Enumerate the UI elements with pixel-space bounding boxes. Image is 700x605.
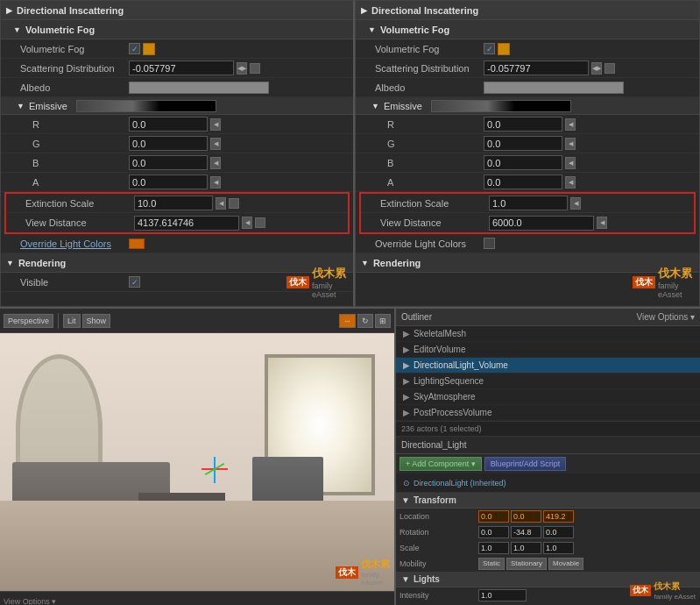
g-arrow-left[interactable]: ◀ <box>210 138 221 150</box>
transform-arrow: ▼ <box>401 495 410 505</box>
show-btn[interactable]: Show <box>82 314 111 328</box>
rotation-label: Rotation <box>399 528 478 537</box>
static-btn[interactable]: Static <box>478 558 505 570</box>
loc-x[interactable] <box>478 510 509 523</box>
loc-z[interactable] <box>543 510 574 523</box>
scale-z[interactable] <box>543 542 574 554</box>
vf-checkbox-left[interactable]: ✓ <box>129 43 140 54</box>
scattering-input-left[interactable] <box>129 60 234 75</box>
volumetric-fog-header-left[interactable]: ▼ Volumetric Fog <box>1 20 353 39</box>
b-input-left[interactable] <box>129 155 208 170</box>
a-arrow-right[interactable]: ◀ <box>565 176 576 189</box>
movable-btn[interactable]: Movable <box>548 558 583 570</box>
r-input-right[interactable] <box>484 117 562 132</box>
scale-row: Scale <box>396 540 700 556</box>
intensity-input[interactable] <box>478 589 527 601</box>
emissive-header-right[interactable]: ▼ Emissive <box>356 97 699 115</box>
directional-inscattering-header-right[interactable]: ▶ Directional Inscattering <box>356 1 699 20</box>
toolbar-sep-1 <box>58 313 59 329</box>
perspective-btn[interactable]: Perspective <box>4 314 53 328</box>
albedo-label-left: Albedo <box>6 82 129 93</box>
viewdist-label-right: View Distance <box>366 217 489 228</box>
add-component-btn[interactable]: + Add Component ▾ <box>399 457 482 471</box>
albedo-color-left[interactable] <box>129 82 269 94</box>
viewport-view-options[interactable]: View Options ▾ <box>4 597 56 606</box>
stationary-btn[interactable]: Stationary <box>506 558 547 570</box>
outliner-view-options[interactable]: View Options ▾ <box>636 312 695 322</box>
scattering-reset-left[interactable] <box>250 63 260 74</box>
viewdist-reset-left[interactable] <box>255 217 265 228</box>
loc-y[interactable] <box>511 510 541 523</box>
extinction-input-right[interactable] <box>489 196 568 210</box>
details-header: Directional_Light <box>396 437 700 454</box>
right-watermark: 伐木 伐木累 family eAsset <box>630 580 696 601</box>
override-checkbox-right[interactable] <box>484 238 495 249</box>
g-arrow-right[interactable]: ◀ <box>565 138 576 150</box>
vf-checkbox-right[interactable]: ✓ <box>484 43 495 54</box>
emissive-header-left[interactable]: ▼ Emissive <box>1 97 353 115</box>
lit-btn[interactable]: Lit <box>63 314 81 328</box>
viewport-bottom-bar: View Options ▾ <box>0 591 394 605</box>
scattering-arrow-left[interactable]: ◀▶ <box>237 62 247 75</box>
outliner-item-6[interactable]: ▶ PostProcessVolume <box>396 405 700 421</box>
b-input-right[interactable] <box>484 155 562 170</box>
a-label-right: A <box>361 177 484 188</box>
scale-y[interactable] <box>511 542 541 554</box>
a-arrow-left[interactable]: ◀ <box>210 176 221 189</box>
extinction-arrow-right[interactable]: ◀ <box>570 197 581 210</box>
viewdist-input-right[interactable] <box>489 216 594 231</box>
transform-section[interactable]: ▼ Transform <box>396 493 700 509</box>
override-color-left[interactable] <box>129 238 145 249</box>
viewdist-arrow-right[interactable]: ◀ <box>597 217 607 229</box>
rotate-btn[interactable]: ↻ <box>357 314 373 328</box>
component-item[interactable]: ⊙ DirectionalLight (Inherited) <box>396 473 700 493</box>
r-row-left: R ◀ <box>1 115 353 134</box>
rot-y[interactable] <box>511 526 541 538</box>
outliner-item-3[interactable]: ▶ DirectionalLight_Volume <box>396 358 700 374</box>
viewdist-input-left[interactable] <box>134 216 239 231</box>
scale-x[interactable] <box>478 542 509 554</box>
scale-btn[interactable]: ⊞ <box>375 314 391 328</box>
outliner-item-2[interactable]: ▶ EditorVolume <box>396 342 700 358</box>
r-input-left[interactable] <box>129 117 208 132</box>
blueprint-btn[interactable]: Blueprint/Add Script <box>484 457 567 471</box>
b-arrow-left[interactable]: ◀ <box>210 157 221 169</box>
intensity-label: Intensity <box>399 591 478 600</box>
visible-checkbox-left[interactable]: ✓ <box>129 276 140 288</box>
vf-checkbox-row-right: Volumetric Fog ✓ <box>356 39 699 59</box>
scattering-reset-right[interactable] <box>605 63 615 74</box>
rot-x[interactable] <box>478 526 509 538</box>
extinction-label-right: Extinction Scale <box>366 198 489 209</box>
vf-arrow-right: ▼ <box>368 25 376 34</box>
outliner-item-4[interactable]: ▶ LightingSequence <box>396 374 700 389</box>
extinction-reset-left[interactable] <box>229 198 239 209</box>
a-input-left[interactable] <box>129 174 208 189</box>
scattering-arrow-right[interactable]: ◀▶ <box>591 62 602 75</box>
g-input-right[interactable] <box>484 136 562 151</box>
r-arrow-left[interactable]: ◀ <box>210 118 221 131</box>
rendering-label-left: Rendering <box>18 258 66 268</box>
scene-watermark: 伐木 伐木累 familyeAsset <box>336 558 390 587</box>
albedo-color-right[interactable] <box>484 82 624 94</box>
viewdist-label-left: View Distance <box>11 217 134 228</box>
r-arrow-right[interactable]: ◀ <box>565 118 576 131</box>
directional-inscattering-header-left[interactable]: ▶ Directional Inscattering <box>1 1 353 20</box>
volumetric-fog-header-right[interactable]: ▼ Volumetric Fog <box>356 20 699 39</box>
highlight-box-left: Extinction Scale ◀ View Distance ◀ <box>4 192 350 234</box>
a-input-right[interactable] <box>484 174 562 189</box>
viewdist-arrow-left[interactable]: ◀ <box>242 217 252 229</box>
wm-text-right: 伐木累 <box>658 266 692 281</box>
g-label-left: G <box>6 139 129 149</box>
outliner-item-1[interactable]: ▶ SkeletalMesh <box>396 326 700 342</box>
outliner-item-5[interactable]: ▶ SkyAtmosphere <box>396 389 700 405</box>
wm-box-left: 伐木 伐木累 family eAsset <box>286 266 346 299</box>
translate-btn[interactable]: ↔ <box>339 314 356 328</box>
extinction-arrow-left[interactable]: ◀ <box>216 197 226 210</box>
rot-z[interactable] <box>543 526 574 538</box>
watermark-left: 伐木 伐木累 family eAsset <box>286 266 346 299</box>
scattering-input-right[interactable] <box>484 60 589 75</box>
g-input-left[interactable] <box>129 136 208 151</box>
extinction-input-left[interactable] <box>134 196 213 210</box>
3d-scene[interactable]: 伐木 伐木累 familyeAsset <box>0 333 394 591</box>
b-arrow-right[interactable]: ◀ <box>565 157 576 169</box>
